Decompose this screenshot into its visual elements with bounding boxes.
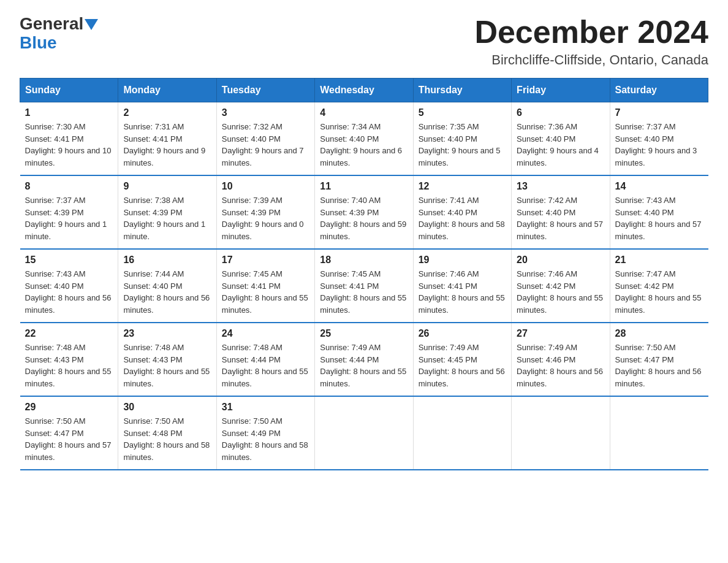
day-number: 12 <box>419 181 506 192</box>
table-row: 5 Sunrise: 7:35 AMSunset: 4:40 PMDayligh… <box>413 102 511 176</box>
day-number: 14 <box>615 181 703 192</box>
day-number: 25 <box>320 328 408 339</box>
page-header: General Blue December 2024 Birchcliffe-C… <box>20 15 708 68</box>
svg-marker-0 <box>85 19 98 30</box>
calendar-table: Sunday Monday Tuesday Wednesday Thursday… <box>20 78 708 470</box>
calendar-week-row: 29 Sunrise: 7:50 AMSunset: 4:47 PMDaylig… <box>20 396 708 470</box>
calendar-week-row: 22 Sunrise: 7:48 AMSunset: 4:43 PMDaylig… <box>20 323 708 396</box>
day-info: Sunrise: 7:50 AMSunset: 4:47 PMDaylight:… <box>25 416 112 462</box>
table-row: 11 Sunrise: 7:40 AMSunset: 4:39 PMDaylig… <box>315 175 413 249</box>
day-info: Sunrise: 7:49 AMSunset: 4:44 PMDaylight:… <box>320 343 406 388</box>
logo-blue: Blue <box>20 34 57 53</box>
day-number: 28 <box>615 328 703 339</box>
day-number: 3 <box>222 107 309 118</box>
day-info: Sunrise: 7:50 AMSunset: 4:49 PMDaylight:… <box>222 416 308 462</box>
calendar-week-row: 1 Sunrise: 7:30 AMSunset: 4:41 PMDayligh… <box>20 102 708 176</box>
day-info: Sunrise: 7:34 AMSunset: 4:40 PMDaylight:… <box>320 122 402 167</box>
day-info: Sunrise: 7:45 AMSunset: 4:41 PMDaylight:… <box>320 269 406 315</box>
day-number: 17 <box>222 255 309 266</box>
day-number: 2 <box>123 107 211 118</box>
day-number: 6 <box>517 107 604 118</box>
table-row: 8 Sunrise: 7:37 AMSunset: 4:39 PMDayligh… <box>20 175 118 249</box>
table-row: 7 Sunrise: 7:37 AMSunset: 4:40 PMDayligh… <box>610 102 708 176</box>
day-number: 8 <box>25 181 113 192</box>
table-row: 14 Sunrise: 7:43 AMSunset: 4:40 PMDaylig… <box>610 175 708 249</box>
table-row: 20 Sunrise: 7:46 AMSunset: 4:42 PMDaylig… <box>512 249 610 323</box>
day-number: 16 <box>123 255 211 266</box>
table-row: 29 Sunrise: 7:50 AMSunset: 4:47 PMDaylig… <box>20 396 118 470</box>
table-row: 13 Sunrise: 7:42 AMSunset: 4:40 PMDaylig… <box>512 175 610 249</box>
table-row: 1 Sunrise: 7:30 AMSunset: 4:41 PMDayligh… <box>20 102 118 176</box>
day-number: 9 <box>123 181 211 192</box>
table-row: 28 Sunrise: 7:50 AMSunset: 4:47 PMDaylig… <box>610 323 708 396</box>
month-title: December 2024 <box>474 15 708 50</box>
logo: General Blue <box>20 15 98 53</box>
day-number: 15 <box>25 255 113 266</box>
day-info: Sunrise: 7:48 AMSunset: 4:43 PMDaylight:… <box>123 343 210 388</box>
day-info: Sunrise: 7:49 AMSunset: 4:46 PMDaylight:… <box>517 343 603 388</box>
day-number: 29 <box>25 402 113 413</box>
day-number: 10 <box>222 181 309 192</box>
table-row: 18 Sunrise: 7:45 AMSunset: 4:41 PMDaylig… <box>315 249 413 323</box>
table-row: 24 Sunrise: 7:48 AMSunset: 4:44 PMDaylig… <box>216 323 314 396</box>
day-info: Sunrise: 7:30 AMSunset: 4:41 PMDaylight:… <box>25 122 112 167</box>
table-row: 22 Sunrise: 7:48 AMSunset: 4:43 PMDaylig… <box>20 323 118 396</box>
day-number: 4 <box>320 107 408 118</box>
day-info: Sunrise: 7:45 AMSunset: 4:41 PMDaylight:… <box>222 269 308 315</box>
day-number: 13 <box>517 181 604 192</box>
day-info: Sunrise: 7:38 AMSunset: 4:39 PMDaylight:… <box>123 196 205 241</box>
day-info: Sunrise: 7:46 AMSunset: 4:41 PMDaylight:… <box>419 269 505 315</box>
day-info: Sunrise: 7:50 AMSunset: 4:47 PMDaylight:… <box>615 343 702 388</box>
day-info: Sunrise: 7:35 AMSunset: 4:40 PMDaylight:… <box>419 122 501 167</box>
day-info: Sunrise: 7:49 AMSunset: 4:45 PMDaylight:… <box>419 343 505 388</box>
day-info: Sunrise: 7:48 AMSunset: 4:44 PMDaylight:… <box>222 343 308 388</box>
table-row: 27 Sunrise: 7:49 AMSunset: 4:46 PMDaylig… <box>512 323 610 396</box>
day-info: Sunrise: 7:36 AMSunset: 4:40 PMDaylight:… <box>517 122 599 167</box>
day-info: Sunrise: 7:37 AMSunset: 4:40 PMDaylight:… <box>615 122 697 167</box>
logo-general: General <box>20 15 83 34</box>
day-info: Sunrise: 7:50 AMSunset: 4:48 PMDaylight:… <box>123 416 210 462</box>
table-row: 21 Sunrise: 7:47 AMSunset: 4:42 PMDaylig… <box>610 249 708 323</box>
day-number: 31 <box>222 402 309 413</box>
day-number: 5 <box>419 107 506 118</box>
table-row: 26 Sunrise: 7:49 AMSunset: 4:45 PMDaylig… <box>413 323 511 396</box>
day-number: 26 <box>419 328 506 339</box>
day-info: Sunrise: 7:39 AMSunset: 4:39 PMDaylight:… <box>222 196 304 241</box>
col-saturday: Saturday <box>610 79 708 102</box>
table-row: 30 Sunrise: 7:50 AMSunset: 4:48 PMDaylig… <box>118 396 216 470</box>
day-number: 27 <box>517 328 604 339</box>
day-number: 22 <box>25 328 113 339</box>
col-friday: Friday <box>512 79 610 102</box>
calendar-week-row: 15 Sunrise: 7:43 AMSunset: 4:40 PMDaylig… <box>20 249 708 323</box>
day-info: Sunrise: 7:43 AMSunset: 4:40 PMDaylight:… <box>25 269 112 315</box>
day-info: Sunrise: 7:31 AMSunset: 4:41 PMDaylight:… <box>123 122 205 167</box>
day-info: Sunrise: 7:41 AMSunset: 4:40 PMDaylight:… <box>419 196 505 241</box>
day-info: Sunrise: 7:44 AMSunset: 4:40 PMDaylight:… <box>123 269 210 315</box>
day-number: 30 <box>123 402 211 413</box>
col-wednesday: Wednesday <box>315 79 413 102</box>
table-row: 4 Sunrise: 7:34 AMSunset: 4:40 PMDayligh… <box>315 102 413 176</box>
table-row: 10 Sunrise: 7:39 AMSunset: 4:39 PMDaylig… <box>216 175 314 249</box>
calendar-header-row: Sunday Monday Tuesday Wednesday Thursday… <box>20 79 708 102</box>
day-info: Sunrise: 7:40 AMSunset: 4:39 PMDaylight:… <box>320 196 406 241</box>
col-monday: Monday <box>118 79 216 102</box>
day-number: 7 <box>615 107 703 118</box>
table-row: 25 Sunrise: 7:49 AMSunset: 4:44 PMDaylig… <box>315 323 413 396</box>
table-row: 16 Sunrise: 7:44 AMSunset: 4:40 PMDaylig… <box>118 249 216 323</box>
col-tuesday: Tuesday <box>216 79 314 102</box>
table-row: 31 Sunrise: 7:50 AMSunset: 4:49 PMDaylig… <box>216 396 314 470</box>
title-block: December 2024 Birchcliffe-Cliffside, Ont… <box>474 15 708 68</box>
col-sunday: Sunday <box>20 79 118 102</box>
day-info: Sunrise: 7:37 AMSunset: 4:39 PMDaylight:… <box>25 196 107 241</box>
calendar-week-row: 8 Sunrise: 7:37 AMSunset: 4:39 PMDayligh… <box>20 175 708 249</box>
day-number: 21 <box>615 255 703 266</box>
table-row: 9 Sunrise: 7:38 AMSunset: 4:39 PMDayligh… <box>118 175 216 249</box>
table-row: 6 Sunrise: 7:36 AMSunset: 4:40 PMDayligh… <box>512 102 610 176</box>
table-row <box>610 396 708 470</box>
logo-arrow-icon <box>85 19 98 30</box>
table-row <box>315 396 413 470</box>
day-number: 1 <box>25 107 113 118</box>
day-info: Sunrise: 7:48 AMSunset: 4:43 PMDaylight:… <box>25 343 112 388</box>
table-row: 12 Sunrise: 7:41 AMSunset: 4:40 PMDaylig… <box>413 175 511 249</box>
table-row <box>413 396 511 470</box>
